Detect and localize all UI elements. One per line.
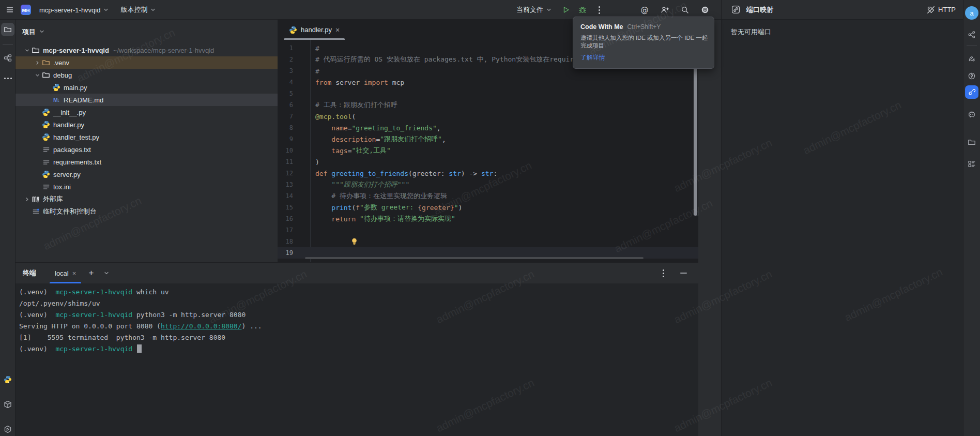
code-editor[interactable]: 1#2# 代码运行所需的 OS 安装包放在 packages.txt 中, Py… xyxy=(278,40,698,262)
tree-item-.venv[interactable]: .venv xyxy=(16,56,278,69)
tree-item-server.py[interactable]: server.py xyxy=(16,168,278,181)
code-token: ) xyxy=(458,204,462,212)
close-terminal-tab-icon[interactable]: × xyxy=(72,269,76,277)
code-line-17[interactable]: 17 xyxy=(278,224,698,236)
code-with-me-tooltip: Code With MeCtrl+Shift+Y 邀请其他人加入您的 IDE 或… xyxy=(573,17,714,69)
code-line-9[interactable]: 9 description="跟朋友们打个招呼", xyxy=(278,133,698,145)
ai-assistant-icon[interactable] xyxy=(965,52,978,65)
files-tool-icon[interactable] xyxy=(965,136,978,149)
services-icon[interactable] xyxy=(1,423,14,436)
terminal-title: 终端 xyxy=(23,268,36,278)
more-tools-icon[interactable] xyxy=(1,71,14,85)
http-filter-button[interactable]: HTTP xyxy=(927,6,956,14)
structure-tool-icon[interactable] xyxy=(1,51,14,65)
learn-more-link[interactable]: 了解详情 xyxy=(580,53,707,62)
code-token: ) -> xyxy=(461,170,481,177)
project-selector[interactable]: mcp-server-1-hvvqid xyxy=(36,5,112,16)
code-token: print xyxy=(331,204,351,212)
robot-assistant-icon[interactable] xyxy=(965,108,978,121)
tree-item-handler_test.py[interactable]: handler_test.py xyxy=(16,131,278,143)
tree-item-mcp-server-1-hvvqid[interactable]: mcp-server-1-hvvqid~/workspace/mcp-serve… xyxy=(16,44,278,56)
new-terminal-tab-icon[interactable]: + xyxy=(85,267,97,279)
tree-item-main.py[interactable]: main.py xyxy=(16,81,278,94)
vertical-scrollbar[interactable] xyxy=(694,47,697,216)
dependencies-icon[interactable] xyxy=(1,398,14,411)
tree-item-path: ~/workspace/mcp-server-1-hvvqid xyxy=(113,47,214,54)
tree-item-tox.ini[interactable]: tox.ini xyxy=(16,181,278,193)
more-actions-icon[interactable] xyxy=(593,4,605,16)
code-lines: 1#2# 代码运行所需的 OS 安装包放在 packages.txt 中, Py… xyxy=(278,42,698,259)
terminal-options-icon[interactable] xyxy=(657,267,669,279)
tree-item-debug[interactable]: debug xyxy=(16,69,278,81)
add-user-icon[interactable] xyxy=(659,4,670,16)
project-panel-header[interactable]: 项目 xyxy=(16,20,278,44)
code-line-12[interactable]: 12def greeting_to_friends(greeter: str) … xyxy=(278,168,698,179)
tree-item-__init__.py[interactable]: __init__.py xyxy=(16,106,278,118)
settings-gear-icon[interactable] xyxy=(699,4,711,16)
code-token xyxy=(315,192,331,200)
terminal-line-4: Serving HTTP on 0.0.0.0 port 8080 (http:… xyxy=(19,320,698,332)
tree-item-README.md[interactable]: M↓README.md xyxy=(16,94,278,106)
code-line-10[interactable]: 10 tags="社交,工具" xyxy=(278,145,698,156)
close-tab-icon[interactable]: × xyxy=(335,26,340,34)
project-tool-icon[interactable] xyxy=(1,23,14,36)
code-line-18[interactable]: 18 xyxy=(278,236,698,247)
python-packages-icon[interactable] xyxy=(1,373,14,386)
line-number: 12 xyxy=(278,170,293,177)
search-icon[interactable] xyxy=(679,4,691,16)
code-token: "参数 greeter: xyxy=(360,203,418,212)
tree-item-外部库[interactable]: 外部库 xyxy=(16,193,278,205)
tree-item-packages.txt[interactable]: packages.txt xyxy=(16,143,278,156)
tree-item-label: packages.txt xyxy=(53,146,91,154)
run-icon[interactable] xyxy=(560,4,572,16)
chevron-right-icon[interactable] xyxy=(33,60,41,66)
line-number: 19 xyxy=(278,249,293,257)
code-with-me-icon[interactable]: @ xyxy=(639,4,650,16)
terminal-tabs-dropdown-icon[interactable] xyxy=(101,267,112,279)
tree-item-requirements.txt[interactable]: requirements.txt xyxy=(16,156,278,168)
line-number: 9 xyxy=(278,136,293,143)
code-line-16[interactable]: 16 return "待办事项：请替换为实际实现" xyxy=(278,213,698,224)
vcs-selector[interactable]: 版本控制 xyxy=(117,4,159,16)
code-line-6[interactable]: 6# 工具：跟朋友们打个招呼 xyxy=(278,99,698,111)
debug-icon[interactable] xyxy=(577,4,588,16)
terminal-link[interactable]: http://0.0.0.0:8080/ xyxy=(161,322,242,330)
tooltip-title: Code With Me xyxy=(580,23,623,31)
terminal-output[interactable]: (.venv) mcp-server-1-hvvqid which uv/opt… xyxy=(16,283,698,354)
tab-handler-py[interactable]: handler.py × xyxy=(284,20,345,40)
tree-item-label: README.md xyxy=(64,96,103,104)
line-number: 8 xyxy=(278,124,293,131)
code-token: # xyxy=(315,44,319,52)
divider xyxy=(3,44,13,45)
terminal-text: mcp-server-1-hvvqid xyxy=(55,345,132,353)
code-line-7[interactable]: 7@mcp.tool( xyxy=(278,111,698,122)
code-line-11[interactable]: 11) xyxy=(278,156,698,168)
code-token: "跟朋友们打个招呼" xyxy=(380,134,442,144)
chevron-down-icon xyxy=(103,7,109,13)
avatar[interactable]: a xyxy=(965,6,978,20)
tree-item-临时文件和控制台[interactable]: 临时文件和控制台 xyxy=(16,205,278,218)
chevron-right-icon[interactable] xyxy=(23,197,31,202)
terminal-tab-local[interactable]: local × xyxy=(50,263,81,283)
terminal-text: [1] 5595 terminated python3 -m http.serv… xyxy=(19,334,225,341)
resources-gauge-icon[interactable] xyxy=(965,69,978,83)
code-line-13[interactable]: 13 """跟朋友们打个招呼""" xyxy=(278,179,698,190)
code-line-14[interactable]: 14 # 待办事项：在这里实现您的业务逻辑 xyxy=(278,190,698,202)
share-icon[interactable] xyxy=(965,28,978,41)
python-icon xyxy=(41,170,51,178)
line-number: 18 xyxy=(278,238,293,245)
chevron-down-icon[interactable] xyxy=(33,72,41,78)
main-menu-icon[interactable] xyxy=(4,4,16,16)
chevron-down-icon[interactable] xyxy=(23,48,31,53)
minimize-terminal-icon[interactable] xyxy=(680,273,687,274)
intention-bulb-icon[interactable] xyxy=(350,237,359,246)
forms-tool-icon[interactable] xyxy=(965,157,978,171)
code-line-5[interactable]: 5 xyxy=(278,88,698,99)
horizontal-scrollbar[interactable] xyxy=(305,257,644,259)
port-mapping-tool-icon[interactable] xyxy=(965,85,978,99)
code-line-4[interactable]: 4from server import mcp xyxy=(278,77,698,88)
code-line-15[interactable]: 15 print(f"参数 greeter: {greeter}") xyxy=(278,202,698,213)
code-line-8[interactable]: 8 name="greeting_to_friends", xyxy=(278,122,698,133)
tree-item-handler.py[interactable]: handler.py xyxy=(16,118,278,131)
run-config-selector[interactable]: 当前文件 xyxy=(513,4,555,16)
